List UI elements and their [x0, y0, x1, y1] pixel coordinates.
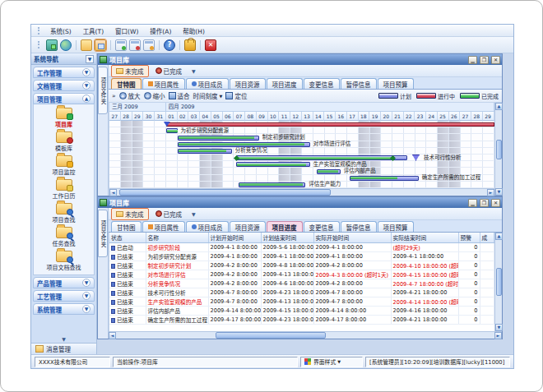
table-row[interactable]: 已结束生产实验室规模的产品2009-4-7 8:00:002009-4-13 1… — [109, 297, 494, 307]
table-horizontal-scrollbar[interactable]: ◄ ► — [109, 331, 502, 339]
sidebar-overflow-button[interactable]: ▼ — [31, 335, 96, 343]
more-button[interactable]: » — [112, 92, 116, 99]
gantt-vertical-scrollbar[interactable]: ▲ ▼ — [494, 103, 502, 196]
tab-变更信息[interactable]: 变更信息 — [304, 221, 340, 232]
scroll-down-arrow[interactable]: ▼ — [495, 324, 503, 331]
chevron-down-icon[interactable]: ▼ — [82, 68, 90, 76]
pushpin-icon[interactable]: ▼ — [86, 55, 94, 63]
form-orange-icon[interactable] — [143, 39, 155, 51]
tab-甘特图[interactable]: 甘特图 — [111, 78, 142, 89]
tab-项目资源[interactable]: 项目资源 — [230, 78, 266, 89]
column-header-实际结束时间[interactable]: 实际结束时间 — [391, 233, 458, 243]
project-folder-tab[interactable]: 项目文件夹 — [98, 210, 108, 257]
tab-暂停信息[interactable]: 暂停信息 — [341, 221, 377, 232]
zoom-out-button[interactable]: −缩小 — [144, 91, 165, 100]
tab-项目属性[interactable]: 项目属性 — [142, 78, 185, 89]
tab-甘特图[interactable]: 甘特图 — [111, 221, 142, 232]
chevron-down-icon[interactable]: ▼ — [82, 279, 90, 287]
project-folder-tab[interactable]: 项目文件夹 — [98, 67, 108, 114]
chevron-down-icon[interactable]: ▼ — [82, 81, 90, 90]
sidebar-group-header[interactable]: 文档管理▼ — [33, 80, 95, 91]
column-header-实际开始时间[interactable]: 实际开始时间 — [313, 233, 391, 243]
chevron-down-icon[interactable]: ▼ — [82, 292, 90, 300]
table-row[interactable]: 已结束对市场进行评估2009-4-2 8:00:002009-4-13 18:0… — [109, 270, 494, 279]
gantt-chart-body[interactable]: 为初步研究分配资源制定初步研究计划对市场进行评估分析竞争情况技术可行性分析生产实… — [109, 121, 494, 188]
tab-项目进度[interactable]: 项目进度 — [267, 221, 303, 232]
table-row[interactable]: 已结束评估内部产品2009-4-14 8:00:002009-4-15 18:0… — [109, 307, 494, 316]
scrollbar-thumb[interactable] — [216, 332, 326, 339]
scroll-left-arrow[interactable]: ◄ — [109, 189, 117, 196]
tab-项目属性[interactable]: 项目属性 — [142, 221, 185, 232]
scroll-up-arrow[interactable]: ▲ — [495, 103, 503, 110]
gantt-window-titlebar[interactable]: 项目库 ▁ ❐ ✕ — [98, 54, 502, 65]
scroll-up-arrow[interactable]: ▲ — [495, 233, 503, 240]
gantt-horizontal-scrollbar[interactable]: ◄ ► — [109, 188, 494, 196]
ui-style-selector[interactable]: 界面样式▼ — [300, 357, 363, 367]
close-button[interactable]: ✕ — [491, 56, 500, 64]
menu-item[interactable]: 工具(T) — [78, 25, 109, 36]
table-row[interactable]: 已结束确定生产所需的加工过程2009-4-17 8:00:002009-4-23… — [109, 316, 494, 325]
table-row[interactable]: 已结束技术可行性分析2009-4-7 8:00:002009-4-23 18:0… — [109, 288, 494, 297]
monitor-icon[interactable] — [46, 39, 58, 51]
fit-button[interactable]: 适合 — [169, 91, 190, 100]
table-row[interactable]: 已结束制定初步研究计划2009-4-2 8:00:002009-4-8 18:0… — [109, 261, 494, 270]
folder-icon[interactable] — [81, 39, 92, 51]
sidebar-group-header[interactable]: 项目管理▲ — [33, 93, 95, 104]
view-tab-已完成[interactable]: 已完成 — [151, 209, 187, 219]
column-header-名称[interactable]: 名称 — [146, 233, 208, 243]
scrollbar-thumb[interactable] — [496, 140, 502, 159]
column-header-状态[interactable]: 状态 — [109, 233, 146, 243]
close-button[interactable]: ✕ — [491, 199, 500, 207]
column-header-计划结束时间[interactable]: 计划结束时间 — [261, 233, 313, 243]
sidebar-item-工作日历[interactable]: 工作日历 — [34, 178, 94, 201]
tab-暂停信息[interactable]: 暂停信息 — [341, 78, 377, 89]
scrollbar-thumb[interactable] — [496, 268, 502, 296]
table-vertical-scrollbar[interactable]: ▲ ▼ — [494, 233, 502, 331]
form-green-icon[interactable] — [115, 39, 127, 51]
zoom-in-button[interactable]: +放大 — [119, 91, 141, 100]
minimize-button[interactable]: ▁ — [468, 56, 477, 64]
view-tab-未完成[interactable]: 未完成 — [111, 208, 149, 220]
minimize-button[interactable]: ▁ — [468, 199, 477, 207]
timescale-button[interactable]: 时间刻度▼ — [193, 91, 223, 100]
restore-button[interactable]: ❐ — [480, 56, 489, 64]
sidebar-item-模板库[interactable]: 模板库 — [34, 131, 94, 153]
exit-icon[interactable]: ✕ — [205, 39, 216, 51]
chevron-down-icon[interactable]: ▼ — [82, 305, 90, 313]
scroll-left-arrow[interactable]: ◄ — [109, 332, 116, 339]
sidebar-group-header[interactable]: 工作管理▼ — [33, 67, 95, 78]
menu-item[interactable]: 帮助(H) — [178, 25, 210, 36]
sidebar-item-任务查找[interactable]: 任务查找 — [34, 226, 94, 248]
chevron-down-icon[interactable]: ▼ — [192, 68, 196, 74]
sidebar-item-项目查找[interactable]: 项目查找 — [34, 202, 94, 224]
tab-项目资源[interactable]: 项目资源 — [230, 221, 266, 232]
folder-window-icon[interactable] — [95, 39, 106, 51]
chevron-up-icon[interactable]: ▲ — [82, 95, 90, 103]
menu-item[interactable]: 系统(S) — [45, 25, 77, 36]
table-row[interactable]: 已结束为初步研究分配资源2009-4-1 8:00:002009-4-1 18:… — [109, 252, 494, 261]
view-tab-未完成[interactable]: 未完成 — [111, 65, 149, 77]
sidebar-item-项目文档查找[interactable]: 项目文档查找 — [34, 250, 94, 272]
sidebar-item-message-management[interactable]: 消息管理 — [31, 343, 96, 354]
locate-button[interactable]: 定位 — [225, 91, 247, 100]
tab-项目成员[interactable]: 项目成员 — [186, 78, 229, 89]
column-header-计划开始时间[interactable]: 计划开始时间 — [208, 233, 261, 243]
column-header-预警[interactable]: 预警 — [458, 233, 480, 243]
table-row[interactable]: 已结束分析竞争情况2009-4-2 8:00:002009-4-6 18:00:… — [109, 279, 494, 288]
scrollbar-thumb[interactable] — [119, 189, 331, 196]
view-tab-已完成[interactable]: 已完成 — [151, 66, 187, 76]
sidebar-item-项目库[interactable]: 项目库 — [34, 107, 94, 129]
scroll-down-arrow[interactable]: ▼ — [495, 188, 503, 196]
sidebar-group-header[interactable]: 工艺管理▼ — [33, 290, 95, 302]
tab-项目预算[interactable]: 项目预算 — [378, 221, 414, 232]
help-icon[interactable]: ? — [164, 39, 175, 51]
tab-项目进度[interactable]: 项目进度 — [267, 78, 303, 89]
tab-项目预算[interactable]: 项目预算 — [378, 78, 414, 89]
sidebar-item-项目监控[interactable]: 项目监控 — [34, 154, 94, 177]
scroll-right-arrow[interactable]: ► — [494, 332, 502, 339]
menu-item[interactable]: 操作(A) — [145, 25, 176, 36]
restore-button[interactable]: ❐ — [480, 199, 489, 207]
column-header-成[interactable]: 成 — [480, 233, 494, 243]
tab-项目成员[interactable]: 项目成员 — [186, 221, 229, 232]
chevron-down-icon[interactable]: ▼ — [192, 211, 196, 217]
